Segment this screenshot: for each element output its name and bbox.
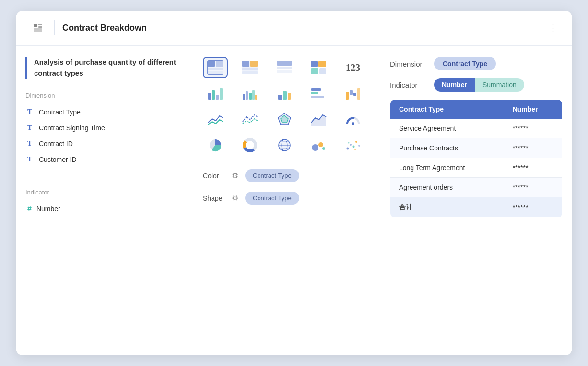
chart-icon-line-1[interactable] (203, 109, 228, 130)
svg-rect-33 (288, 93, 291, 100)
indicator-meta-label: Indicator (390, 81, 428, 89)
chart-icon-pie[interactable] (203, 135, 228, 156)
svg-rect-16 (277, 70, 292, 73)
svg-rect-35 (311, 92, 318, 94)
table-cell-total-label: 合计 (390, 197, 504, 218)
svg-point-59 (353, 146, 355, 148)
color-chip[interactable]: Contract Type (245, 169, 299, 182)
table-row: Purchase Contracts ****** (390, 138, 563, 158)
dim-item-customer-id[interactable]: T Customer ID (25, 151, 183, 167)
chart-icon-bar-h[interactable] (306, 83, 331, 104)
svg-rect-31 (278, 95, 282, 100)
svg-rect-29 (252, 90, 255, 100)
svg-rect-37 (346, 92, 349, 100)
svg-rect-5 (208, 61, 215, 67)
svg-point-54 (312, 144, 318, 151)
indicator-summation-chip[interactable]: Summation (475, 78, 524, 92)
chart-icon-bar-3[interactable] (272, 83, 297, 104)
svg-point-62 (348, 142, 350, 144)
dim-item-signing-time[interactable]: T Contract Signing Time (25, 120, 183, 136)
svg-point-55 (318, 142, 323, 147)
dimension-list: T Contract Type T Contract Signing Time … (25, 104, 183, 167)
svg-rect-27 (246, 91, 248, 100)
table-header-contract-type: Contract Type (390, 100, 504, 119)
svg-rect-38 (350, 90, 353, 95)
shape-row: Shape ⚙ Contract Type (203, 192, 370, 205)
svg-rect-7 (208, 68, 223, 70)
chart-icon-table-1[interactable] (203, 57, 228, 78)
dim-item-contract-type[interactable]: T Contract Type (25, 104, 183, 120)
back-button[interactable] (29, 19, 47, 36)
svg-rect-14 (277, 61, 292, 66)
description-block: Analysis of purchase quantity of differe… (25, 57, 183, 79)
chart-icon-line-2[interactable] (237, 109, 262, 130)
dimension-chip[interactable]: Contract Type (434, 57, 496, 70)
table-row: Long Term Agreement ****** (390, 158, 563, 178)
chart-icon-gauge[interactable] (341, 109, 365, 130)
t-icon: T (27, 124, 34, 132)
svg-rect-18 (318, 61, 326, 67)
svg-rect-13 (242, 71, 258, 74)
chart-icon-table-2[interactable] (237, 57, 262, 78)
table-cell-type: Long Term Agreement (390, 158, 504, 178)
table-row: Agreement orders ****** (390, 178, 563, 197)
header-divider (54, 20, 55, 35)
chart-icon-bar-2[interactable] (237, 83, 262, 104)
table-row: Service Agreement ****** (390, 119, 563, 138)
indicator-row: Indicator Number Summation (390, 78, 563, 92)
chart-icon-tile[interactable] (306, 57, 331, 78)
svg-rect-24 (216, 95, 219, 100)
svg-rect-23 (212, 90, 215, 100)
svg-rect-20 (319, 68, 326, 74)
table-cell-number: ****** (504, 158, 563, 178)
svg-rect-30 (255, 95, 257, 100)
chart-icon-bar-1[interactable] (203, 83, 228, 104)
svg-rect-15 (277, 67, 292, 69)
chart-icon-area[interactable] (306, 109, 331, 130)
svg-rect-32 (283, 91, 287, 100)
chart-icon-scatter[interactable] (341, 135, 365, 156)
chart-icon-donut[interactable] (237, 135, 262, 156)
color-gear-icon[interactable]: ⚙ (232, 171, 238, 180)
table-cell-number: ****** (504, 119, 563, 138)
table-cell-type: Service Agreement (390, 119, 504, 138)
t-icon: T (27, 139, 34, 148)
svg-rect-3 (34, 28, 42, 32)
indicator-number-chip[interactable]: Number (434, 78, 475, 92)
table-cell-number: ****** (504, 138, 563, 158)
svg-text:123: 123 (346, 62, 360, 73)
shape-chip[interactable]: Contract Type (245, 192, 299, 205)
table-cell-type: Agreement orders (390, 178, 504, 197)
right-panel: Dimension Contract Type Indicator Number… (380, 46, 572, 355)
chart-icon-waterfall[interactable] (341, 83, 365, 104)
svg-point-60 (355, 141, 357, 143)
chart-icon-radar[interactable] (272, 109, 297, 130)
dim-label: Customer ID (39, 156, 77, 163)
dimension-section-label: Dimension (25, 92, 183, 99)
svg-rect-11 (250, 61, 258, 67)
table-row-total: 合计 ****** (390, 197, 563, 218)
menu-button[interactable]: ⋮ (548, 22, 559, 34)
svg-rect-0 (34, 24, 37, 27)
page-title: Contract Breakdown (62, 23, 541, 33)
svg-rect-36 (311, 96, 324, 98)
indicator-number-item[interactable]: # Number (25, 201, 183, 217)
table-cell-total-number: ****** (504, 197, 563, 218)
data-table: Contract Type Number Service Agreement *… (390, 99, 563, 218)
svg-rect-25 (220, 88, 223, 100)
chart-icon-bubble[interactable] (306, 135, 331, 156)
svg-point-61 (358, 145, 360, 147)
shape-gear-icon[interactable]: ⚙ (232, 194, 238, 203)
dim-item-contract-id[interactable]: T Contract ID (25, 136, 183, 151)
hash-icon: # (27, 205, 32, 213)
table-cell-number: ****** (504, 178, 563, 197)
dim-label: Contract Signing Time (39, 124, 105, 132)
chart-icon-number[interactable]: 123 (341, 57, 365, 78)
table-header-number: Number (504, 100, 563, 119)
chart-icon-globe[interactable] (272, 135, 297, 156)
svg-point-63 (354, 149, 356, 150)
chart-icons-grid: 123 (203, 57, 370, 156)
chart-icon-table-3[interactable] (272, 57, 297, 78)
color-row: Color ⚙ Contract Type (203, 169, 370, 182)
svg-point-56 (322, 147, 325, 150)
